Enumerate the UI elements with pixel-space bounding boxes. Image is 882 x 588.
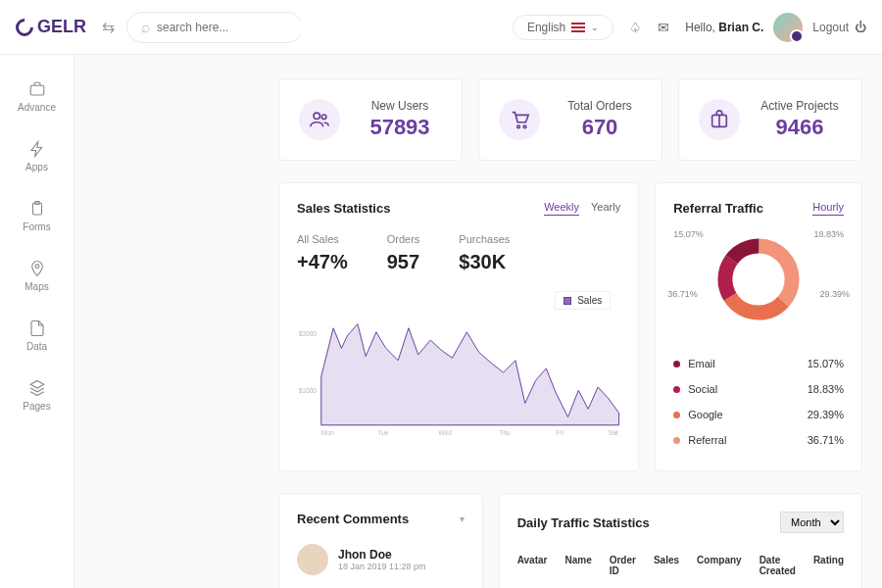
stat-card-total-orders: Total Orders 670 — [478, 78, 662, 161]
svg-point-7 — [523, 125, 526, 128]
panel-title: Recent Comments — [297, 512, 409, 526]
metric-label: Orders — [387, 233, 420, 245]
file-icon — [28, 319, 46, 337]
traffic-table-header: Avatar Name Order ID Sales Company Date … — [517, 555, 844, 576]
sidebar-item-apps[interactable]: Apps — [0, 126, 74, 186]
logout-link[interactable]: Logout ⏻ — [812, 21, 866, 34]
tab-yearly[interactable]: Yearly — [591, 201, 620, 216]
th: Company — [697, 555, 742, 576]
referral-value: 18.83% — [808, 383, 844, 395]
comment-date: 18 Jan 2019 11:28 pm — [338, 562, 426, 571]
sidebar-label: Forms — [23, 221, 50, 232]
comment-item: Jhon Doe 18 Jan 2019 11:28 pm — [297, 544, 465, 575]
avatar[interactable] — [773, 13, 803, 42]
svg-point-4 — [314, 113, 319, 119]
users-icon — [299, 99, 340, 140]
traffic-period-select[interactable]: Month — [780, 512, 844, 533]
th: Order ID — [610, 555, 636, 576]
pin-icon — [28, 260, 46, 277]
layers-icon — [28, 379, 46, 397]
stat-value: 670 — [558, 115, 642, 140]
daily-traffic-panel: Daily Traffic Statistics Month Avatar Na… — [499, 493, 862, 588]
svg-rect-0 — [30, 85, 44, 95]
dot-icon — [673, 437, 680, 444]
sidebar-item-advance[interactable]: Advance — [0, 67, 74, 126]
x-tick: Thu — [499, 429, 511, 436]
donut-label: 18.83% — [813, 229, 844, 239]
sidebar-label: Data — [26, 341, 47, 352]
referral-value: 15.07% — [808, 358, 844, 369]
dot-icon — [673, 412, 680, 418]
sidebar: Advance Apps Forms Maps Data Pages — [0, 55, 74, 588]
search-input[interactable] — [157, 21, 304, 34]
greeting-name: Brian C. — [718, 21, 763, 34]
donut-label: 29.39% — [819, 289, 850, 299]
sidebar-item-pages[interactable]: Pages — [0, 366, 74, 425]
stat-value: 57893 — [358, 115, 442, 140]
metric-label: All Sales — [297, 233, 348, 245]
sidebar-label: Pages — [23, 401, 50, 412]
comment-name: Jhon Doe — [338, 548, 426, 562]
brand-icon — [12, 15, 36, 39]
tab-hourly[interactable]: Hourly — [812, 201, 844, 216]
referral-item: Google29.39% — [673, 402, 844, 427]
brand-logo[interactable]: GELR — [16, 17, 86, 37]
referral-item: Referral36.71% — [673, 427, 844, 453]
sales-chart: Sales $3000 $1000 Mon Tue Wed Thu Fri Sa… — [297, 285, 620, 452]
th: Name — [564, 555, 591, 576]
referral-list: Email15.07% Social18.83% Google29.39% Re… — [673, 351, 844, 453]
referral-label: Referral — [688, 434, 726, 446]
language-selector[interactable]: English ⌄ — [513, 15, 613, 40]
brand-text: GELR — [37, 17, 86, 37]
referral-traffic-panel: Referral Traffic Hourly 15.07% 18.83% 29… — [655, 182, 862, 471]
bell-icon[interactable]: ♤ — [629, 20, 642, 35]
metric-label: Purchases — [459, 233, 510, 245]
y-tick: $1000 — [299, 387, 318, 394]
svg-point-6 — [517, 125, 520, 128]
referral-label: Google — [688, 409, 722, 420]
metric-value: +47% — [297, 251, 348, 273]
topbar: GELR ⇆ ⌕ English ⌄ ♤ ✉ Hello, Brian C. L… — [0, 0, 882, 55]
svg-point-5 — [321, 115, 326, 120]
stat-label: Active Projects — [758, 99, 842, 113]
panel-title: Referral Traffic — [673, 201, 763, 216]
tab-weekly[interactable]: Weekly — [544, 201, 579, 216]
logout-label: Logout — [812, 21, 849, 34]
flag-icon — [571, 23, 585, 32]
sidebar-item-data[interactable]: Data — [0, 306, 74, 366]
referral-donut-chart: 15.07% 18.83% 29.39% 36.71% — [673, 235, 844, 323]
x-tick: Sat — [609, 429, 618, 436]
referral-value: 36.71% — [808, 434, 844, 446]
stat-label: Total Orders — [558, 99, 642, 113]
mail-icon[interactable]: ✉ — [658, 20, 669, 35]
cart-icon — [499, 99, 540, 140]
referral-item: Email15.07% — [673, 351, 844, 376]
sidebar-item-maps[interactable]: Maps — [0, 246, 74, 306]
dot-icon — [673, 386, 680, 393]
x-tick: Tue — [378, 429, 389, 436]
donut-label: 15.07% — [673, 229, 704, 239]
panel-title: Daily Traffic Statistics — [517, 515, 650, 530]
search-icon: ⌕ — [141, 19, 151, 36]
x-tick: Fri — [556, 429, 564, 436]
metric-value: 957 — [387, 251, 420, 273]
sidebar-label: Maps — [24, 281, 48, 292]
comment-avatar — [297, 544, 328, 575]
caret-down-icon[interactable]: ▾ — [460, 514, 465, 524]
search-box[interactable]: ⌕ — [126, 12, 303, 43]
svg-point-3 — [35, 265, 39, 269]
recent-comments-panel: Recent Comments ▾ Jhon Doe 18 Jan 2019 1… — [278, 493, 483, 588]
referral-item: Social18.83% — [673, 376, 844, 402]
language-label: English — [527, 21, 565, 34]
bolt-icon — [28, 140, 46, 158]
chevron-down-icon: ⌄ — [591, 23, 599, 32]
greeting-prefix: Hello, — [685, 21, 718, 34]
power-icon: ⏻ — [855, 21, 866, 34]
sidebar-item-forms[interactable]: Forms — [0, 186, 74, 246]
y-tick: $3000 — [299, 330, 318, 337]
stat-card-new-users: New Users 57893 — [278, 78, 463, 161]
menu-toggle-icon[interactable]: ⇆ — [102, 18, 115, 36]
referral-label: Email — [688, 358, 715, 369]
dot-icon — [673, 361, 680, 368]
sidebar-label: Advance — [18, 102, 56, 113]
